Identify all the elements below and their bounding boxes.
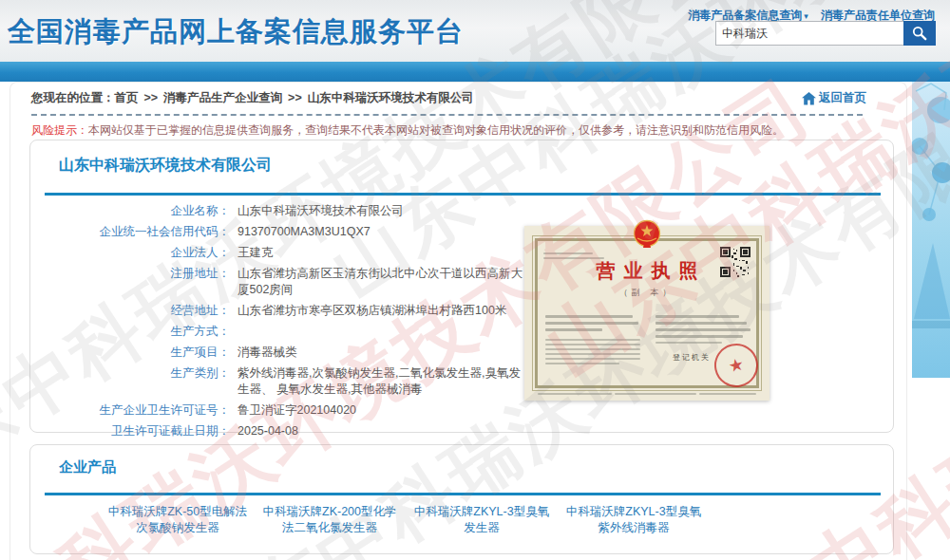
field-value: 王建克 [238,245,274,261]
header-divider-band [0,62,950,82]
license-subtitle: （副 本） [524,287,770,299]
license-footnotes [538,393,756,398]
risk-notice-text: 本网站仅基于已掌握的信息提供查询服务，查询结果不代表本网站对被查询对象信用状况的… [88,123,784,137]
company-field-row: 生产类别： 紫外线消毒器,次氯酸钠发生器,二氧化氯发生器,臭氧发生器、 臭氧水发… [30,365,543,398]
company-field-row: 企业法人： 王建克 [30,245,543,261]
nav-unit-query-link[interactable]: 消毒产品责任单位查询 [821,9,935,22]
qr-code [720,247,750,281]
site-title: 全国消毒产品网上备案信息服务平台 [8,13,464,51]
field-value: 山东中科瑞沃环境技术有限公司 [238,203,404,219]
main-content-card: 您现在的位置：首页>>消毒产品生产企业查询>>山东中科瑞沃环境技术有限公司 返回… [10,82,907,560]
field-label: 生产方式： [30,324,230,340]
breadcrumb-category-link[interactable]: 消毒产品生产企业查询 [163,91,282,104]
risk-notice: 风险提示：本网站仅基于已掌握的信息提供查询服务，查询结果不代表本网站对被查询对象… [31,122,784,139]
field-label: 卫生许可证截止日期： [30,423,230,439]
company-field-row: 企业名称： 山东中科瑞沃环境技术有限公司 [30,203,543,219]
section-divider [45,493,881,495]
field-value: 紫外线消毒器,次氯酸钠发生器,二氧化氯发生器,臭氧发生器、 臭氧水发生器,其他器… [238,365,527,398]
license-serial-lines [543,252,604,262]
field-value: 鲁卫消证字202104020 [238,402,356,419]
nav-record-query-link[interactable]: 消毒产品备案信息查询▾ [688,9,808,22]
company-field-row: 生产方式： [30,324,543,340]
field-value: 2025-04-08 [238,423,298,439]
field-label: 生产类别： [30,365,230,398]
field-value: 91370700MA3M3U1QX7 [238,224,370,240]
breadcrumb-separator: >> [288,91,302,104]
risk-notice-label: 风险提示： [31,123,88,137]
company-title: 山东中科瑞沃环境技术有限公司 [59,156,272,176]
business-license-image[interactable]: 营业执照 （副 本） [524,226,770,401]
return-home-link[interactable]: 返回首页 [802,90,866,106]
product-link[interactable]: 中科瑞沃牌ZK-200型化学法二氧化氯发生器 [258,504,401,536]
field-value: 山东省潍坊高新区玉清东街以北中心次干道以西高新大厦502房间 [238,266,527,298]
company-info-panel: 山东中科瑞沃环境技术有限公司 企业名称： 山东中科瑞沃环境技术有限公司 企业统一… [29,140,894,433]
dashed-divider [31,114,863,116]
national-emblem-icon [633,219,661,253]
search-icon [912,26,927,41]
molecule-decoration [912,82,950,378]
company-fields-list: 企业名称： 山东中科瑞沃环境技术有限公司 企业统一社会信用代码： 9137070… [30,203,543,444]
nav-unit-query-label: 消毒产品责任单位查询 [821,9,935,22]
license-left-fields [545,315,640,367]
license-issuer-label: 登记机关 [673,352,711,363]
home-icon [802,92,816,105]
breadcrumb-separator: >> [144,91,159,104]
field-value: 山东省潍坊市寒亭区双杨店镇湖淋埠出村路西100米 [238,303,506,319]
return-home-label: 返回首页 [819,90,866,106]
field-label: 经营地址： [30,303,230,319]
company-field-row: 卫生许可证截止日期： 2025-04-08 [30,423,543,439]
company-field-row: 企业统一社会信用代码： 91370700MA3M3U1QX7 [30,224,543,240]
field-value: 消毒器械类 [238,345,297,361]
search-bar [715,21,936,46]
product-link[interactable]: 中科瑞沃牌ZKYL-3型臭氧发生器 [410,504,553,536]
field-label: 注册地址： [30,266,230,298]
field-label: 企业统一社会信用代码： [30,224,230,240]
product-links-row: 中科瑞沃牌ZK-50型电解法次氯酸钠发生器 中科瑞沃牌ZK-200型化学法二氧化… [106,504,705,536]
field-label: 生产项目： [30,345,230,361]
field-label: 生产企业卫生许可证号： [30,402,230,419]
field-label: 企业法人： [30,245,230,261]
chevron-down-icon: ▾ [804,11,808,21]
search-input[interactable] [715,21,903,46]
company-products-panel: 企业产品 中科瑞沃牌ZK-50型电解法次氯酸钠发生器 中科瑞沃牌ZK-200型化… [29,444,894,554]
product-link[interactable]: 中科瑞沃牌ZK-50型电解法次氯酸钠发生器 [106,504,249,536]
company-field-row: 生产项目： 消毒器械类 [30,345,543,361]
breadcrumb-current: 山东中科瑞沃环境技术有限公司 [308,91,474,104]
section-divider [45,193,881,196]
company-field-row: 经营地址： 山东省潍坊市寒亭区双杨店镇湖淋埠出村路西100米 [30,303,543,319]
product-link[interactable]: 中科瑞沃牌ZKYL-3型臭氧紫外线消毒器 [562,504,705,536]
search-button[interactable] [903,21,936,46]
field-label: 企业名称： [30,203,230,219]
company-field-row: 生产企业卫生许可证号： 鲁卫消证字202104020 [30,402,543,419]
nav-record-query-label: 消毒产品备案信息查询 [688,9,802,22]
breadcrumb: 您现在的位置：首页>>消毒产品生产企业查询>>山东中科瑞沃环境技术有限公司 [31,90,474,106]
products-title: 企业产品 [59,458,116,476]
page-header: 全国消毒产品网上备案信息服务平台 消毒产品备案信息查询▾ 消毒产品责任单位查询 [0,0,950,62]
breadcrumb-label: 您现在的位置： [31,91,115,104]
license-right-fields [656,315,750,346]
company-field-row: 注册地址： 山东省潍坊高新区玉清东街以北中心次干道以西高新大厦502房间 [30,266,543,298]
breadcrumb-home-link[interactable]: 首页 [115,91,139,104]
